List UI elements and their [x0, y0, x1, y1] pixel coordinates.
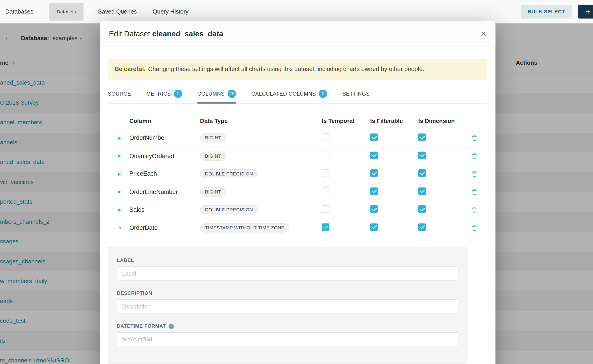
delete-icon[interactable] [471, 171, 477, 177]
label-field-label-text: LABEL [117, 257, 134, 263]
delete-icon[interactable] [471, 135, 477, 141]
nav-tab-datasets[interactable]: Datasets [49, 2, 84, 20]
delete-icon[interactable] [471, 153, 477, 159]
nav-right: BULK SELECT + [521, 5, 593, 18]
column-row: ▶ PriceEach DOUBLE PRECISION [115, 165, 481, 183]
data-type-pill: BIGINT [200, 134, 226, 143]
modal-body: Be careful. Changing these settings will… [100, 59, 495, 364]
column-row: ▶ Sales DOUBLE PRECISION [115, 201, 481, 219]
column-row: ▶ OrderNumber BIGINT [115, 129, 481, 147]
modal-title-prefix: Edit Dataset [109, 29, 150, 38]
is-filterable-header: Is Filterable [370, 117, 418, 124]
is-filterable-checkbox[interactable] [370, 134, 378, 141]
edit-dataset-modal: Edit Dataset cleaned_sales_data × Be car… [100, 21, 495, 364]
is-temporal-checkbox[interactable] [322, 223, 329, 231]
is-temporal-header: Is Temporal [322, 117, 370, 124]
expand-caret-icon[interactable]: ▶ [115, 208, 129, 212]
column-name: Sales [129, 207, 200, 213]
label-input[interactable] [117, 266, 458, 280]
is-filterable-checkbox[interactable] [370, 169, 378, 177]
tab-columns[interactable]: COLUMNS25 [198, 90, 236, 103]
columns-table: Column Data Type Is Temporal Is Filterab… [115, 112, 481, 237]
is-dimension-checkbox[interactable] [418, 187, 426, 195]
description-field-label: DESCRIPTION [117, 290, 458, 296]
nav-tab-saved-queries[interactable]: Saved Queries [98, 8, 137, 15]
column-row: ▶ OrderLineNumber BIGINT [115, 183, 481, 201]
collapse-caret-icon[interactable]: ▼ [115, 226, 129, 230]
expand-caret-icon[interactable]: ▶ [115, 136, 129, 141]
columns-count-badge: 25 [228, 90, 236, 98]
modal-title-dataset-name: cleaned_sales_data [152, 29, 223, 38]
is-temporal-checkbox[interactable] [322, 187, 329, 195]
tab-label: SOURCE [108, 91, 131, 97]
bulk-select-button[interactable]: BULK SELECT [521, 5, 572, 18]
nav-tab-databases[interactable]: Databases [5, 8, 33, 15]
warning-text: Changing these settings will affect all … [148, 66, 424, 73]
column-row: ▶ QuantityOrdered BIGINT [115, 147, 481, 165]
column-header: Column [129, 117, 200, 124]
is-dimension-checkbox[interactable] [418, 169, 426, 177]
modal-tabs: SOURCE METRICS1 COLUMNS25 CALCULATED COL… [108, 90, 488, 104]
modal-title: Edit Dataset cleaned_sales_data [109, 29, 223, 38]
plus-icon: + [586, 6, 591, 16]
tab-label: CALCULATED COLUMNS [251, 91, 316, 97]
is-filterable-checkbox[interactable] [370, 205, 378, 213]
is-dimension-checkbox[interactable] [418, 205, 426, 213]
add-dataset-button[interactable]: + [578, 5, 593, 18]
warning-bold-text: Be careful. [115, 66, 145, 73]
nav-tab-query-history[interactable]: Query History [152, 8, 188, 15]
calculated-columns-count-badge: 0 [319, 90, 327, 98]
data-type-pill: TIMESTAMP WITHOUT TIME ZONE [200, 223, 290, 232]
columns-table-header: Column Data Type Is Temporal Is Filterab… [115, 112, 481, 129]
tab-calculated-columns[interactable]: CALCULATED COLUMNS0 [251, 90, 327, 103]
delete-icon[interactable] [471, 207, 477, 213]
column-name: OrderDate [129, 224, 200, 231]
description-field-label-text: DESCRIPTION [117, 290, 152, 296]
is-filterable-checkbox[interactable] [370, 152, 378, 159]
delete-icon[interactable] [471, 189, 477, 195]
warning-banner: Be careful. Changing these settings will… [108, 59, 488, 80]
info-icon[interactable]: i [169, 323, 174, 329]
is-dimension-header: Is Dimension [418, 117, 468, 124]
is-temporal-checkbox[interactable] [322, 152, 329, 159]
tab-label: METRICS [146, 91, 171, 97]
expand-caret-icon[interactable]: ▶ [115, 171, 129, 176]
is-filterable-checkbox[interactable] [370, 223, 378, 231]
tab-source[interactable]: SOURCE [108, 90, 131, 103]
expand-caret-icon[interactable]: ▶ [115, 154, 129, 159]
column-detail-panel: LABEL DESCRIPTION DATETIME FORMATi [108, 247, 468, 364]
top-nav: Databases Datasets Saved Queries Query H… [0, 0, 593, 23]
is-temporal-checkbox[interactable] [322, 169, 329, 177]
column-name: PriceEach [129, 170, 200, 177]
column-name: QuantityOrdered [129, 153, 200, 159]
datetime-format-label-text: DATETIME FORMAT [117, 323, 166, 329]
data-type-header: Data Type [200, 117, 322, 124]
data-type-pill: BIGINT [200, 152, 226, 161]
datetime-format-field-label: DATETIME FORMATi [117, 323, 458, 329]
metrics-count-badge: 1 [174, 90, 182, 98]
modal-header: Edit Dataset cleaned_sales_data × [100, 21, 495, 46]
data-type-pill: DOUBLE PRECISION [200, 205, 258, 214]
is-dimension-checkbox[interactable] [418, 134, 426, 141]
close-icon[interactable]: × [481, 29, 486, 39]
expand-caret-icon[interactable]: ▶ [115, 189, 129, 195]
is-dimension-checkbox[interactable] [418, 223, 426, 231]
data-type-pill: DOUBLE PRECISION [200, 169, 258, 178]
is-filterable-checkbox[interactable] [370, 187, 378, 195]
label-field-label: LABEL [117, 257, 458, 263]
delete-icon[interactable] [471, 225, 477, 231]
column-row: ▼ OrderDate TIMESTAMP WITHOUT TIME ZONE [115, 219, 481, 237]
tab-metrics[interactable]: METRICS1 [146, 90, 182, 103]
column-name: OrderLineNumber [129, 188, 200, 195]
tab-label: COLUMNS [198, 91, 225, 97]
screen: Databases Datasets Saved Queries Query H… [0, 0, 593, 364]
is-temporal-checkbox[interactable] [322, 205, 329, 213]
description-input[interactable] [117, 299, 458, 313]
tab-label: SETTINGS [342, 91, 370, 97]
datetime-format-input[interactable] [117, 332, 458, 346]
data-type-pill: BIGINT [200, 187, 226, 196]
column-name: OrderNumber [129, 135, 200, 141]
is-dimension-checkbox[interactable] [418, 152, 426, 159]
tab-settings[interactable]: SETTINGS [342, 90, 370, 103]
is-temporal-checkbox[interactable] [322, 134, 329, 141]
